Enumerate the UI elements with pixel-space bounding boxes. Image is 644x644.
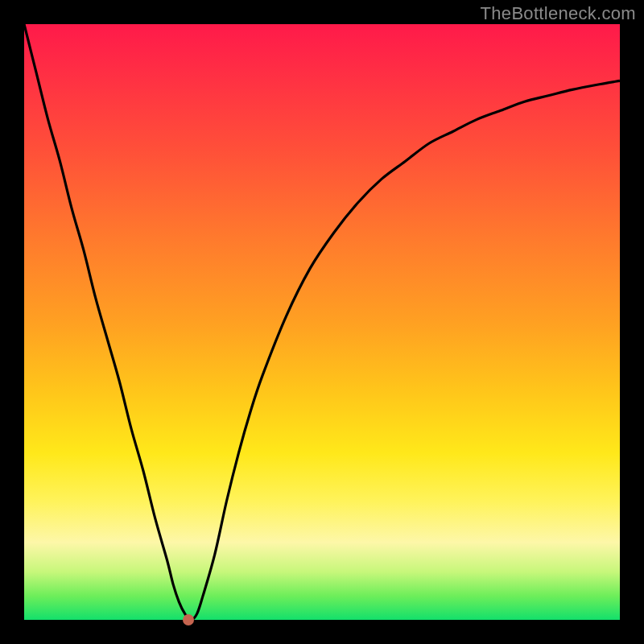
bottleneck-curve — [24, 24, 620, 620]
plot-area — [24, 24, 620, 620]
chart-frame: TheBottleneck.com — [0, 0, 644, 644]
minimum-marker — [183, 614, 194, 625]
watermark-text: TheBottleneck.com — [481, 3, 636, 24]
curve-path — [24, 24, 620, 620]
